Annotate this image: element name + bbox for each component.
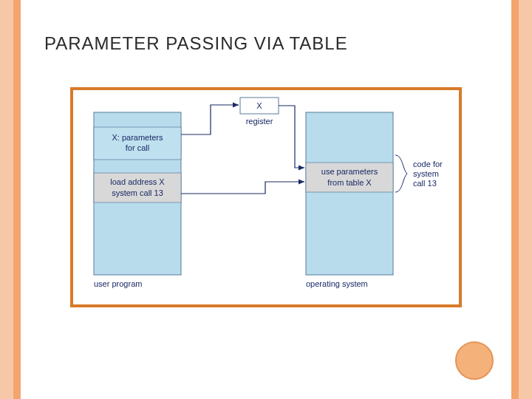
- arrow-register-to-os: [279, 106, 304, 168]
- arrow-syscall-to-os: [181, 182, 304, 194]
- side-label-line2: system: [413, 169, 439, 178]
- os-use-params-line1: use parameters: [321, 167, 378, 176]
- user-syscall-line1: load address X: [110, 177, 165, 186]
- user-syscall-line2: system call 13: [112, 188, 163, 197]
- right-stripe-outer: [519, 0, 532, 399]
- os-block: [306, 112, 393, 275]
- diagram-frame: X: parameters for call load address X sy…: [70, 87, 462, 307]
- register-caption: register: [246, 117, 273, 126]
- os-caption: operating system: [306, 279, 368, 288]
- user-x-params-line2: for call: [126, 143, 149, 152]
- side-label-line3: call 13: [413, 179, 437, 188]
- left-stripe-outer: [0, 0, 13, 399]
- accent-circle-icon: [455, 341, 494, 380]
- right-stripe-inner: [511, 0, 519, 399]
- register-x: X: [256, 101, 262, 110]
- brace-icon: [395, 155, 407, 192]
- parameter-passing-diagram: X: parameters for call load address X sy…: [73, 90, 459, 304]
- user-program-caption: user program: [94, 279, 142, 288]
- side-label-line1: code for: [413, 160, 443, 168]
- left-stripe-inner: [13, 0, 21, 399]
- slide-title: PARAMETER PASSING VIA TABLE: [44, 33, 348, 54]
- arrow-user-to-register: [181, 105, 239, 134]
- os-use-params-line2: from table X: [327, 178, 372, 187]
- user-x-params-line1: X: parameters: [112, 133, 163, 142]
